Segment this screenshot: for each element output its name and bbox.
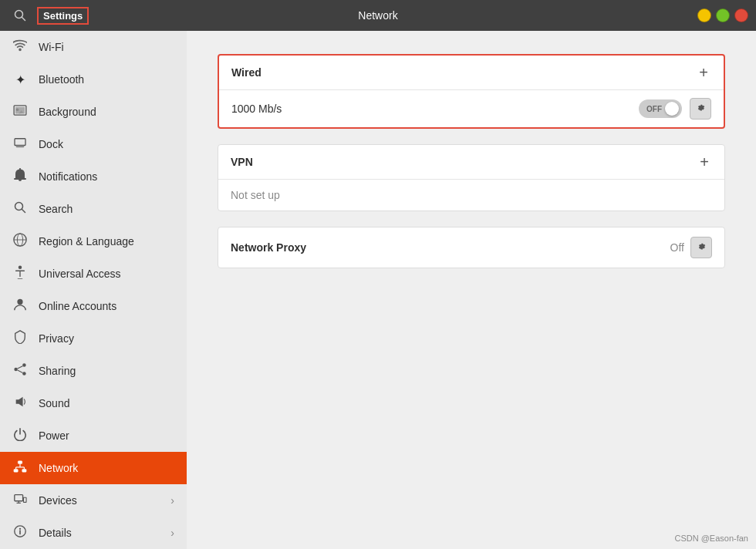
sidebar: Wi-Fi ✦ Bluetooth Background xyxy=(0,31,187,549)
privacy-icon xyxy=(12,330,28,347)
settings-title[interactable]: Settings xyxy=(37,7,89,25)
proxy-title: Network Proxy xyxy=(231,241,306,254)
sidebar-item-region[interactable]: Region & Language xyxy=(0,225,187,258)
vpn-add-button[interactable]: + xyxy=(697,154,712,170)
sidebar-item-background[interactable]: Background xyxy=(0,96,187,128)
wired-toggle-label: OFF xyxy=(646,105,662,113)
sharing-icon xyxy=(12,362,28,379)
details-icon xyxy=(12,524,28,541)
window-controls xyxy=(697,8,748,22)
sidebar-label-background: Background xyxy=(39,106,96,118)
sidebar-label-network: Network xyxy=(39,462,78,474)
details-left: Details xyxy=(12,524,72,541)
sidebar-label-power: Power xyxy=(39,429,69,442)
devices-left: Devices xyxy=(12,492,77,509)
proxy-settings-button[interactable] xyxy=(690,237,712,258)
proxy-right: Off xyxy=(670,237,712,258)
sidebar-label-universal: Universal Access xyxy=(39,268,121,280)
wired-row: 1000 Mb/s OFF xyxy=(219,90,724,127)
sidebar-item-devices[interactable]: Devices › xyxy=(0,484,187,517)
proxy-status: Off xyxy=(670,241,684,254)
power-icon xyxy=(12,427,28,444)
svg-rect-21 xyxy=(14,470,18,473)
sidebar-label-sharing: Sharing xyxy=(39,365,76,377)
sidebar-item-dock[interactable]: Dock xyxy=(0,128,187,160)
sidebar-item-details[interactable]: Details › xyxy=(0,517,187,549)
search-icon[interactable] xyxy=(8,3,32,28)
devices-icon xyxy=(12,492,28,509)
sidebar-item-privacy[interactable]: Privacy xyxy=(0,322,187,355)
svg-point-13 xyxy=(17,299,22,305)
svg-rect-20 xyxy=(18,461,22,464)
sidebar-item-search[interactable]: Search xyxy=(0,193,187,225)
wired-settings-button[interactable] xyxy=(690,98,711,120)
proxy-row: Network Proxy Off xyxy=(218,227,724,268)
sound-icon xyxy=(12,396,28,411)
wired-add-button[interactable]: + xyxy=(696,65,711,80)
sidebar-item-power[interactable]: Power xyxy=(0,419,187,452)
svg-point-4 xyxy=(16,108,19,111)
sidebar-label-details: Details xyxy=(39,527,72,539)
svg-rect-5 xyxy=(15,139,25,146)
minimize-button[interactable] xyxy=(697,8,711,22)
sidebar-item-universal[interactable]: Universal Access xyxy=(0,258,187,290)
sidebar-item-online[interactable]: Online Accounts xyxy=(0,290,187,322)
wired-toggle-knob xyxy=(665,102,679,116)
wired-section: Wired + 1000 Mb/s OFF xyxy=(218,54,725,129)
sidebar-label-region: Region & Language xyxy=(39,235,134,248)
region-icon xyxy=(12,233,28,250)
svg-point-15 xyxy=(14,368,18,372)
svg-line-17 xyxy=(18,370,23,372)
vpn-title: VPN xyxy=(231,156,253,168)
devices-arrow-icon: › xyxy=(170,494,174,507)
sidebar-label-privacy: Privacy xyxy=(39,332,74,345)
svg-line-8 xyxy=(22,210,25,213)
bluetooth-icon: ✦ xyxy=(12,72,28,87)
vpn-header: VPN + xyxy=(218,145,724,180)
main-content: Wired + 1000 Mb/s OFF VPN + xyxy=(187,31,756,549)
window-title: Network xyxy=(358,9,397,22)
details-arrow-icon: › xyxy=(170,527,174,539)
svg-point-12 xyxy=(19,265,22,269)
universal-icon xyxy=(12,265,28,282)
sidebar-label-dock: Dock xyxy=(39,138,63,150)
bell-icon xyxy=(12,168,28,185)
sidebar-item-wifi[interactable]: Wi-Fi xyxy=(0,31,187,63)
vpn-section: VPN + Not set up xyxy=(218,144,725,211)
online-accounts-icon xyxy=(12,298,28,315)
sidebar-label-sound: Sound xyxy=(39,397,69,409)
watermark: CSDN @Eason-fan xyxy=(674,534,748,543)
svg-line-1 xyxy=(22,18,25,21)
sidebar-label-notifications: Notifications xyxy=(39,170,97,183)
sidebar-label-wifi: Wi-Fi xyxy=(39,41,64,53)
wired-toggle[interactable]: OFF xyxy=(639,99,682,118)
sidebar-label-online: Online Accounts xyxy=(39,300,116,312)
sidebar-item-network[interactable]: Network xyxy=(0,452,187,484)
sidebar-item-sharing[interactable]: Sharing xyxy=(0,355,187,387)
wired-speed: 1000 Mb/s xyxy=(231,103,631,115)
vpn-empty-label: Not set up xyxy=(218,180,724,211)
svg-point-16 xyxy=(22,372,26,376)
sidebar-item-notifications[interactable]: Notifications xyxy=(0,160,187,193)
svg-line-18 xyxy=(18,366,23,369)
sidebar-label-devices: Devices xyxy=(39,494,77,507)
close-button[interactable] xyxy=(734,8,748,22)
wired-title: Wired xyxy=(231,66,262,79)
sidebar-item-sound[interactable]: Sound xyxy=(0,387,187,419)
sidebar-label-search: Search xyxy=(39,203,73,215)
titlebar: Settings Network xyxy=(0,0,756,31)
background-icon xyxy=(12,105,28,119)
svg-marker-19 xyxy=(16,397,23,406)
wifi-icon xyxy=(12,39,28,55)
svg-rect-27 xyxy=(15,495,23,501)
proxy-section: Network Proxy Off xyxy=(218,227,725,268)
svg-point-34 xyxy=(19,528,21,530)
network-icon xyxy=(12,460,28,477)
maximize-button[interactable] xyxy=(716,8,730,22)
search-sidebar-icon xyxy=(12,201,28,217)
sidebar-label-bluetooth: Bluetooth xyxy=(39,73,84,86)
svg-rect-22 xyxy=(22,470,26,473)
svg-point-14 xyxy=(22,363,26,367)
sidebar-item-bluetooth[interactable]: ✦ Bluetooth xyxy=(0,63,187,96)
app-body: Wi-Fi ✦ Bluetooth Background xyxy=(0,31,756,549)
